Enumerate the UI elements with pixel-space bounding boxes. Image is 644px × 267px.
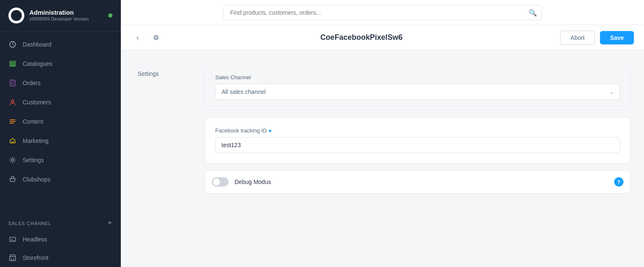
svg-rect-4 [10,65,16,66]
sidebar-item-clubshops-label: Clubshops [23,176,50,183]
storefront-icon [8,254,17,262]
sidebar-item-catalogues-label: Catalogues [23,60,52,67]
settings-icon [8,156,17,164]
logo-inner [11,10,22,21]
back-button[interactable]: ‹ [131,31,144,44]
sidebar-item-dashboard-label: Dashboard [23,41,52,48]
sales-channel-field-label: Sales Channel [215,74,620,80]
toggle-track[interactable] [212,177,229,187]
channel-item-storefront[interactable]: Storefront [0,249,121,267]
sales-channel-label: Sales Channel [8,221,52,226]
svg-point-10 [12,159,14,161]
debug-modus-card: Debug Modus ? [205,170,631,194]
required-indicator: ● [269,127,272,134]
settings-form-col: Sales Channel All sales channel ⌄ Facebo… [205,64,644,254]
sidebar-item-customers-label: Customers [23,99,51,106]
settings-section-label-col: Settings [121,64,205,254]
sidebar-item-orders[interactable]: Orders [0,73,121,93]
marketing-icon [8,137,17,145]
svg-rect-3 [10,63,16,65]
sidebar-item-marketing[interactable]: Marketing [0,131,121,150]
sidebar-item-marketing-label: Marketing [23,137,48,144]
debug-modus-info-icon[interactable]: ? [614,177,623,187]
app-title: Administration [29,9,89,16]
add-sales-channel-icon[interactable]: + [108,219,112,228]
sidebar: Administration v9999999 Developer Versio… [0,0,121,267]
catalogues-icon [8,60,17,68]
abort-button[interactable]: Abort [560,31,595,45]
toggle-thumb [213,179,220,185]
content-icon [8,117,17,126]
svg-rect-2 [10,61,16,62]
svg-point-6 [11,100,14,102]
status-dot [108,13,112,18]
save-button[interactable]: Save [600,31,634,44]
search-input[interactable] [223,5,542,20]
sidebar-item-catalogues[interactable]: Catalogues [0,54,121,73]
sidebar-nav: Dashboard Catalogues Orders [0,31,121,214]
debug-modus-toggle[interactable] [212,177,229,187]
sales-channel-select[interactable]: All sales channel [215,84,620,100]
sidebar-item-content[interactable]: Content [0,112,121,131]
app-logo [8,8,24,23]
page-header: ‹ ⚙ CoeFacebookPixelSw6 Abort Save [121,25,644,50]
svg-rect-8 [10,121,16,122]
facebook-tracking-field-label: Facebook tracking ID ● [215,127,620,134]
sidebar-header: Administration v9999999 Developer Versio… [0,0,121,31]
settings-section-label: Settings [138,70,159,77]
search-bar-container: 🔍 [223,5,542,20]
sidebar-item-customers[interactable]: Customers [0,93,121,112]
channel-item-storefront-label: Storefront [23,254,48,261]
sidebar-item-settings-label: Settings [23,157,44,163]
app-title-group: Administration v9999999 Developer Versio… [29,9,89,22]
sales-channel-select-wrapper: All sales channel ⌄ [215,84,620,100]
clubshops-icon [8,175,17,184]
svg-rect-12 [10,257,16,261]
facebook-tracking-card: Facebook tracking ID ● [205,117,631,163]
app-version: v9999999 Developer Version [29,16,89,22]
sidebar-item-dashboard[interactable]: Dashboard [0,35,121,54]
debug-modus-label: Debug Modus [235,179,608,185]
search-icon[interactable]: 🔍 [529,8,537,16]
customers-icon [8,98,17,106]
headless-icon [8,235,17,244]
content-area: Settings Sales Channel All sales channel… [121,50,644,267]
orders-icon [8,79,17,87]
main-content: 🔍 ‹ ⚙ CoeFacebookPixelSw6 Abort Save Set… [121,0,644,267]
sidebar-item-clubshops[interactable]: Clubshops [0,170,121,189]
sales-channel-card: Sales Channel All sales channel ⌄ [205,64,631,110]
settings-gear-button[interactable]: ⚙ [149,31,163,44]
sidebar-item-content-label: Content [23,118,43,125]
dashboard-icon [8,40,17,49]
sidebar-item-orders-label: Orders [23,80,41,86]
topbar: 🔍 [121,0,644,25]
svg-rect-7 [10,119,16,120]
channel-item-headless[interactable]: Headless [0,230,121,249]
sidebar-item-settings[interactable]: Settings [0,150,121,170]
channel-item-headless-label: Headless [23,236,47,243]
svg-rect-9 [10,123,14,124]
facebook-tracking-input[interactable] [215,137,620,153]
page-title: CoeFacebookPixelSw6 [168,33,555,42]
svg-rect-11 [10,237,16,241]
sales-channel-section-header: Sales Channel + [0,214,121,230]
